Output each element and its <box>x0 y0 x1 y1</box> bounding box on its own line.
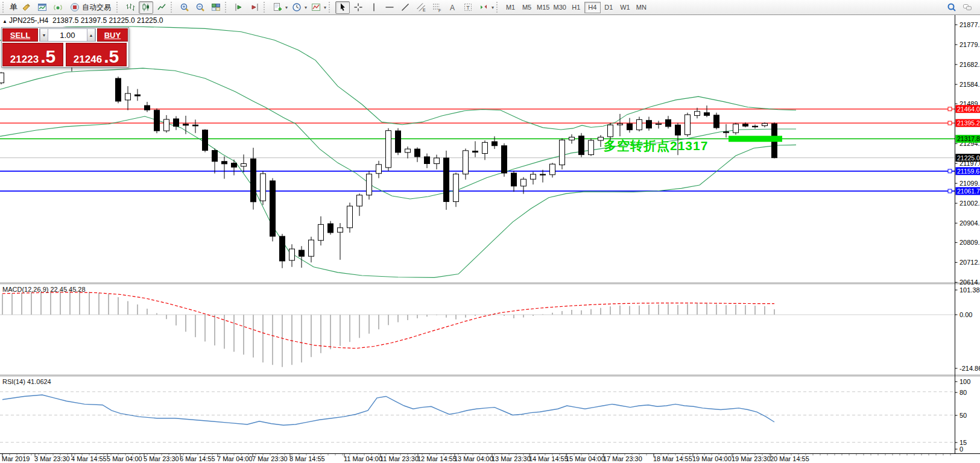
toolbar-group-handle[interactable] <box>329 2 332 13</box>
candle <box>367 174 372 195</box>
candle <box>618 124 623 125</box>
candlestick-button[interactable] <box>139 1 153 14</box>
indicators-button-dropdown[interactable]: ▾ <box>324 5 326 10</box>
candle <box>328 224 334 233</box>
toolbar-group-handle[interactable] <box>2 2 6 13</box>
auto-scroll-button[interactable] <box>232 1 246 14</box>
new-order-button[interactable] <box>270 1 285 14</box>
arrows-button[interactable] <box>476 1 491 14</box>
rsi-value: 41.0624 <box>27 378 51 385</box>
candle <box>608 125 613 137</box>
tf-mn[interactable]: MN <box>633 2 650 13</box>
time-axis: Mar 20193 Mar 23:304 Mar 14:555 Mar 04:0… <box>2 454 950 462</box>
indicators-button[interactable] <box>309 1 323 14</box>
line-end-marker[interactable] <box>948 189 952 193</box>
channel-button[interactable]: E <box>414 1 428 14</box>
candle <box>376 165 382 174</box>
candle <box>454 174 459 202</box>
candle <box>695 112 700 116</box>
time-label: 15 Mar 04:00 <box>566 455 605 462</box>
autotrading-button[interactable]: 自动交易 <box>66 1 115 14</box>
toolbar-group-handle[interactable] <box>225 2 229 13</box>
sell-price-main: 21223 <box>10 51 39 69</box>
time-label: 3 Mar 23:30 <box>34 455 70 462</box>
axis-tick-label: 20614.5 <box>959 279 980 286</box>
time-label: 5 Mar 23:30 <box>144 455 179 462</box>
candle <box>531 174 536 179</box>
toolbar-group-handle[interactable] <box>171 2 174 13</box>
cursor-button[interactable] <box>335 1 350 14</box>
macd-indicator-label: MACD(12,26,9) 22.45 45.28 <box>2 286 86 293</box>
candle <box>116 78 121 101</box>
candle <box>203 130 208 151</box>
sell-price-pips: .5 <box>40 47 55 66</box>
periods-button[interactable] <box>289 1 304 14</box>
price-badge-label: 21225.0 <box>957 154 980 162</box>
chart-shift-button[interactable] <box>247 1 262 14</box>
zoom-in-button[interactable] <box>177 1 192 14</box>
signal-icon[interactable] <box>51 1 65 14</box>
buy-price[interactable]: 21246 .5 <box>66 43 127 66</box>
toolbar-right <box>944 1 980 14</box>
chat-button[interactable] <box>960 1 975 14</box>
price-badge-label: 21061.7 <box>957 187 980 195</box>
candle <box>125 93 131 100</box>
price-chart: 21877.021779.521682.021584.521489.521294… <box>0 0 980 463</box>
line-end-marker[interactable] <box>948 121 952 125</box>
chart-background <box>0 0 980 463</box>
crosshair-button[interactable] <box>351 1 365 14</box>
periods-button-dropdown[interactable]: ▾ <box>305 5 307 10</box>
toolbar-group-handle[interactable] <box>496 2 500 13</box>
search-button[interactable] <box>944 1 959 14</box>
one-click-trading-panel: SELL ▼ ▲ BUY 21223 .5 21246 .5 <box>1 27 129 68</box>
candle <box>261 174 266 201</box>
buy-button[interactable]: BUY <box>97 28 128 42</box>
candle <box>675 125 681 135</box>
axis-tick-label: 20904.5 <box>959 219 980 227</box>
arrows-button-dropdown[interactable]: ▾ <box>492 5 494 10</box>
candle <box>396 131 401 153</box>
tf-m1[interactable]: M1 <box>502 2 519 13</box>
chart-window-icon[interactable] <box>35 1 49 14</box>
tf-m5[interactable]: M5 <box>519 2 535 13</box>
zoom-out-button[interactable] <box>193 1 207 14</box>
trendline-button[interactable] <box>398 1 413 14</box>
toolbar-group-handle[interactable] <box>116 2 120 13</box>
tf-d1[interactable]: D1 <box>601 2 617 13</box>
volume-input[interactable] <box>48 29 87 41</box>
candle <box>714 115 719 128</box>
toolbar-group-handle[interactable] <box>264 2 267 13</box>
tf-h4[interactable]: H4 <box>584 2 601 13</box>
rsi-axis-label: 50 <box>959 412 967 419</box>
new-order-icon[interactable] <box>19 1 34 14</box>
text-label-button[interactable]: T <box>461 1 475 14</box>
line-end-marker[interactable] <box>948 107 952 111</box>
new-order-button-dropdown[interactable]: ▾ <box>285 5 288 10</box>
text-button[interactable]: A <box>445 1 460 14</box>
candle <box>492 142 498 146</box>
sell-button[interactable]: SELL <box>2 28 38 42</box>
volume-down-button[interactable]: ▼ <box>40 29 48 41</box>
candle <box>502 146 507 173</box>
candle <box>646 121 652 128</box>
volume-up-button[interactable]: ▲ <box>87 29 95 41</box>
tf-w1[interactable]: W1 <box>617 2 633 13</box>
tf-m30[interactable]: M30 <box>551 2 567 13</box>
candle <box>154 110 160 131</box>
svg-text:A: A <box>450 4 455 12</box>
tile-windows-button[interactable] <box>209 1 223 14</box>
tf-m15[interactable]: M15 <box>535 2 551 13</box>
fibonacci-button[interactable]: F <box>429 1 444 14</box>
sell-price[interactable]: 21223 .5 <box>2 43 63 66</box>
vertical-line-button[interactable] <box>367 1 381 14</box>
tf-h1[interactable]: H1 <box>568 2 584 13</box>
bar-chart-button[interactable] <box>123 1 138 14</box>
candle <box>280 236 285 261</box>
line-chart-button[interactable] <box>154 1 169 14</box>
candle <box>511 173 517 186</box>
candle <box>425 157 430 164</box>
horizontal-line-button[interactable] <box>382 1 397 14</box>
line-end-marker[interactable] <box>948 169 952 173</box>
candle <box>521 179 526 186</box>
time-label: 19 Mar 04:00 <box>692 455 732 462</box>
